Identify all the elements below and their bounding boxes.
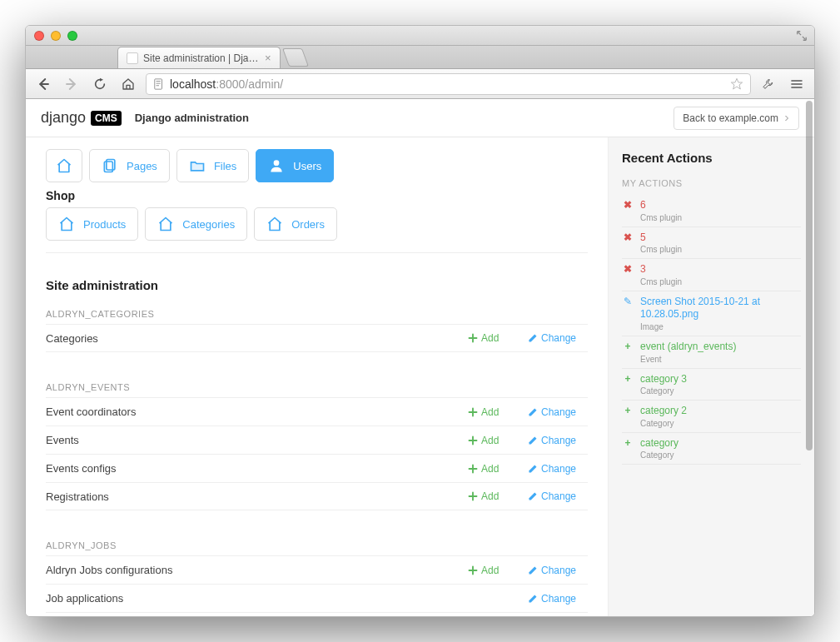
recent-action-link[interactable]: 5 — [640, 231, 801, 245]
pencil-icon — [528, 491, 538, 501]
site-admin-title: Site administration — [46, 278, 588, 292]
recent-action-item[interactable]: ✖3Cms plugin — [622, 259, 801, 291]
add-link[interactable]: Add — [468, 332, 528, 344]
reload-button[interactable] — [89, 73, 111, 95]
add-link[interactable]: Add — [468, 406, 528, 418]
model-link[interactable]: Categories — [46, 332, 468, 345]
plus-icon: + — [622, 373, 634, 396]
recent-action-type: Cms plugin — [640, 277, 801, 286]
bookmark-star-icon[interactable] — [730, 77, 743, 91]
nav-pages[interactable]: Pages — [89, 149, 170, 182]
change-link[interactable]: Change — [528, 332, 588, 344]
tab-close-icon[interactable]: × — [265, 52, 271, 64]
change-link[interactable]: Change — [528, 565, 588, 576]
url-host: localhost — [170, 77, 216, 91]
recent-action-link[interactable]: category 2 — [640, 405, 801, 418]
main-content: Pages Files Users Shop — [26, 137, 608, 616]
model-row: Aldryn Jobs configurationsAddChange — [46, 555, 588, 584]
wrench-button[interactable] — [758, 73, 779, 95]
recent-action-link[interactable]: Screen Shot 2015-10-21 at 10.28.05.png — [640, 296, 801, 321]
tab-favicon — [127, 52, 138, 64]
dashboard-nav: Pages Files Users — [46, 149, 588, 182]
add-link[interactable]: Add — [468, 463, 528, 475]
recent-action-item[interactable]: +event (aldryn_events)Event — [622, 336, 801, 369]
scrollbar-thumb[interactable] — [806, 101, 813, 450]
recent-action-item[interactable]: +category 3Category — [622, 369, 801, 401]
pencil-icon — [528, 565, 538, 575]
window-zoom-button[interactable] — [67, 31, 77, 41]
change-link[interactable]: Change — [528, 406, 588, 418]
address-bar[interactable]: localhost:8000/admin/ — [146, 73, 751, 95]
admin-title: Django administration — [135, 112, 249, 124]
add-link[interactable]: Add — [468, 490, 528, 502]
recent-action-item[interactable]: ✖5Cms plugin — [622, 227, 801, 260]
add-link[interactable]: Add — [468, 565, 528, 576]
change-link[interactable]: Change — [528, 490, 588, 502]
browser-tab[interactable]: Site administration | Django × — [117, 47, 281, 68]
page-viewport: django CMS Django administration Back to… — [26, 99, 814, 616]
change-link[interactable]: Change — [528, 463, 588, 475]
recent-action-link[interactable]: 3 — [640, 263, 801, 276]
recent-action-item[interactable]: ✖6Cms plugin — [622, 195, 801, 227]
fullscreen-icon[interactable] — [796, 30, 808, 42]
recent-action-item[interactable]: +category 2Category — [622, 401, 801, 433]
recent-action-link[interactable]: category 3 — [640, 373, 801, 386]
window-close-button[interactable] — [34, 31, 44, 41]
recent-actions-title: Recent Actions — [622, 151, 801, 165]
model-row: RegistrationsAddChange — [46, 482, 588, 510]
delete-icon: ✖ — [622, 199, 634, 222]
logo[interactable]: django CMS — [41, 109, 122, 127]
recent-actions-subtitle: MY ACTIONS — [622, 178, 801, 188]
svg-point-3 — [274, 160, 280, 166]
recent-action-type: Cms plugin — [640, 245, 801, 254]
nav-orders[interactable]: Orders — [254, 207, 337, 241]
model-link[interactable]: Events — [46, 434, 468, 446]
add-link[interactable]: Add — [468, 435, 528, 446]
model-link[interactable]: Events configs — [46, 462, 468, 475]
plus-icon — [468, 435, 478, 445]
nav-home[interactable] — [46, 149, 82, 182]
pencil-icon — [528, 464, 538, 474]
back-to-site-label: Back to example.com — [683, 112, 778, 124]
recent-action-body: event (aldryn_events)Event — [640, 341, 801, 364]
new-tab-button[interactable] — [282, 48, 309, 67]
nav-products[interactable]: Products — [46, 207, 138, 241]
recent-action-link[interactable]: event (aldryn_events) — [640, 341, 801, 354]
home-icon — [266, 216, 283, 232]
user-icon — [268, 157, 285, 174]
menu-button[interactable] — [786, 73, 808, 95]
pencil-icon — [528, 333, 538, 343]
wrench-icon — [762, 77, 775, 91]
nav-categories[interactable]: Categories — [145, 207, 247, 241]
recent-action-link[interactable]: 6 — [640, 199, 801, 212]
recent-action-type: Image — [640, 322, 801, 331]
recent-action-link[interactable]: category — [640, 437, 801, 450]
plus-icon: + — [622, 341, 634, 364]
pencil-icon — [528, 435, 538, 445]
svg-rect-0 — [155, 78, 162, 88]
nav-files[interactable]: Files — [176, 149, 249, 182]
back-button[interactable] — [32, 73, 54, 95]
nav-users-label: Users — [293, 160, 321, 172]
change-link[interactable]: Change — [528, 435, 588, 446]
model-row: Job applicationsChange — [46, 584, 588, 612]
app-name: ALDRYN_EVENTS — [46, 382, 588, 392]
nav-users[interactable]: Users — [256, 149, 334, 182]
recent-action-body: 3Cms plugin — [640, 263, 801, 286]
window-minimize-button[interactable] — [51, 31, 61, 41]
arrow-left-icon — [36, 77, 51, 92]
nav-categories-label: Categories — [182, 218, 235, 231]
recent-action-item[interactable]: +categoryCategory — [622, 433, 801, 465]
change-link[interactable]: Change — [528, 593, 588, 605]
home-button[interactable] — [117, 73, 139, 95]
nav-pages-label: Pages — [127, 160, 157, 172]
recent-action-body: Screen Shot 2015-10-21 at 10.28.05.pngIm… — [640, 296, 801, 331]
model-link[interactable]: Aldryn Jobs configurations — [46, 564, 468, 576]
recent-action-item[interactable]: ✎Screen Shot 2015-10-21 at 10.28.05.pngI… — [622, 291, 801, 336]
model-link[interactable]: Registrations — [46, 490, 468, 503]
forward-button[interactable] — [61, 73, 82, 95]
model-link[interactable]: Event coordinators — [46, 406, 468, 418]
model-link[interactable]: Job applications — [46, 592, 468, 605]
folder-icon — [189, 157, 206, 174]
back-to-site-button[interactable]: Back to example.com — [673, 107, 799, 130]
